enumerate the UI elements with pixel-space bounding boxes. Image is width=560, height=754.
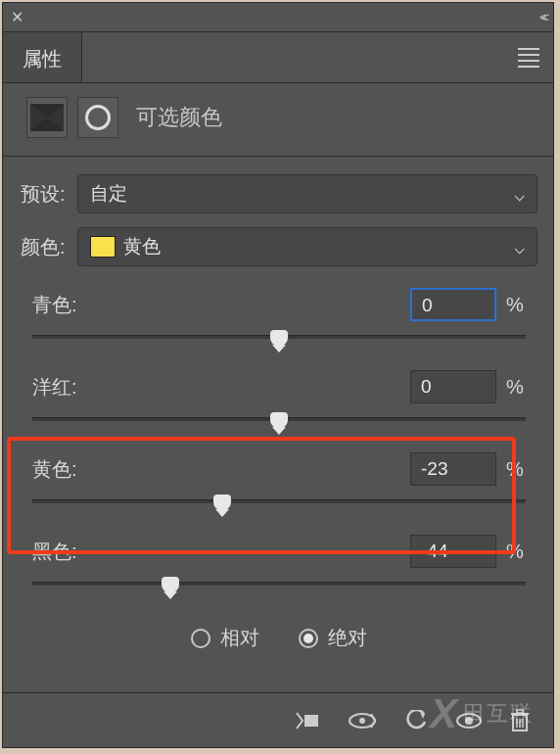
radio-absolute[interactable]: 绝对 <box>299 625 367 651</box>
cyan-label: 青色: <box>32 292 410 318</box>
black-thumb[interactable] <box>162 577 179 592</box>
black-label: 黑色: <box>32 539 410 565</box>
adjustment-title: 可选颜色 <box>136 103 222 132</box>
yellow-input[interactable]: -23 <box>410 452 496 486</box>
tab-row: 属性 <box>3 32 553 83</box>
radio-relative[interactable]: 相对 <box>191 625 259 651</box>
titlebar: ✕ << <box>3 3 553 32</box>
chevron-down-icon: ⌵ <box>514 183 525 206</box>
method-radios: 相对 绝对 <box>21 625 537 651</box>
panel-menu-icon[interactable] <box>518 44 539 71</box>
slider-cyan: 青色: 0 % <box>32 288 526 339</box>
cyan-track[interactable] <box>32 335 526 339</box>
preset-label: 预设: <box>21 181 77 208</box>
magenta-label: 洋红: <box>32 374 410 401</box>
mask-icon <box>77 97 118 138</box>
slider-yellow: 黄色: -23 % <box>32 452 526 503</box>
tab-properties[interactable]: 属性 <box>3 32 82 82</box>
slider-black: 黑色: -44 % <box>32 535 526 586</box>
black-unit: % <box>506 541 526 563</box>
yellow-track[interactable] <box>32 499 526 503</box>
clip-to-layer-icon[interactable] <box>295 711 320 730</box>
black-input[interactable]: -44 <box>410 535 496 568</box>
yellow-label: 黄色: <box>32 456 410 483</box>
svg-point-2 <box>359 718 365 724</box>
magenta-thumb[interactable] <box>270 412 288 428</box>
collapse-icon[interactable]: << <box>539 11 545 24</box>
visibility-icon[interactable] <box>455 712 483 730</box>
yellow-unit: % <box>506 458 526 481</box>
preset-select[interactable]: 自定 ⌵ <box>77 174 537 213</box>
radio-relative-label: 相对 <box>220 625 259 651</box>
svg-point-4 <box>465 717 473 725</box>
content-area: 预设: 自定 ⌵ 颜色: 黄色 ⌵ 青色: 0 % <box>3 157 553 692</box>
panel-footer: X田互联 <box>3 692 553 747</box>
magenta-track[interactable] <box>32 417 526 421</box>
yellow-thumb[interactable] <box>213 495 231 510</box>
trash-icon[interactable] <box>510 709 530 732</box>
reset-icon[interactable] <box>404 710 428 731</box>
color-select[interactable]: 黄色 ⌵ <box>77 227 537 266</box>
adjustment-header: 可选颜色 <box>3 83 553 156</box>
cyan-thumb[interactable] <box>270 330 288 346</box>
close-icon[interactable]: ✕ <box>11 8 23 26</box>
radio-absolute-circle <box>299 629 318 648</box>
slider-group: 青色: 0 % 洋红: 0 % <box>21 288 537 586</box>
svg-rect-0 <box>304 715 318 727</box>
magenta-input[interactable]: 0 <box>410 370 496 403</box>
black-track[interactable] <box>32 582 526 586</box>
preset-value: 自定 <box>90 181 127 207</box>
radio-relative-circle <box>191 629 210 648</box>
cyan-input[interactable]: 0 <box>410 288 496 321</box>
radio-absolute-label: 绝对 <box>328 625 367 651</box>
chevron-down-icon: ⌵ <box>514 236 525 259</box>
magenta-unit: % <box>506 376 526 399</box>
color-label: 颜色: <box>21 234 77 260</box>
svg-rect-10 <box>517 710 523 713</box>
color-value: 黄色 <box>123 234 161 259</box>
view-previous-icon[interactable] <box>348 712 377 730</box>
properties-panel: ✕ << 属性 可选颜色 预设: 自定 ⌵ 颜色: 黄色 <box>2 2 554 748</box>
adjustment-layer-icon <box>26 97 68 138</box>
color-swatch <box>90 236 116 258</box>
cyan-unit: % <box>506 294 526 316</box>
slider-magenta: 洋红: 0 % <box>32 370 526 421</box>
